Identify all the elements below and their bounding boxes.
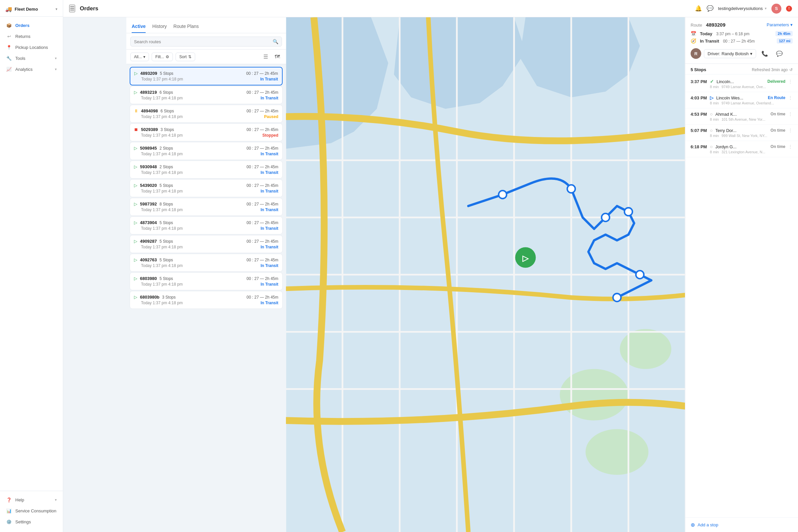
sort-icon: ⇅ (188, 55, 191, 59)
svg-point-20 (636, 271, 644, 279)
notification-icon[interactable]: 🔔 (695, 5, 702, 12)
sidebar-item-help-label: Help (15, 497, 24, 502)
route-item[interactable]: ▷ 4893209 5 Stops 00 : 27 — 2h 45m Today… (130, 67, 283, 86)
tab-active[interactable]: Active (132, 24, 146, 33)
route-item[interactable]: ▷ 6803980b 3 Stops 00 : 27 — 2h 45m Toda… (130, 291, 283, 309)
today-label-text: Today 3:37 pm – 6:18 pm (700, 31, 773, 36)
search-icon: 🔍 (273, 39, 278, 44)
sidebar-item-analytics[interactable]: 📈 Analytics ▾ (0, 64, 63, 75)
stops-header: 5 Stops Refreshed 3min ago ↺ (685, 64, 798, 75)
filter-button[interactable]: Filt... ⚙ (152, 53, 173, 61)
stop-time: 4:03 PM (690, 95, 707, 100)
stop-item[interactable]: 4:03 PM ▷ Lincoln Wes... En Route ⋮ 8 mi… (685, 92, 798, 108)
sort-button[interactable]: Sort ⇅ (175, 53, 195, 61)
filter-adjust-icon: ⚙ (166, 55, 169, 59)
route-item[interactable]: ▷ 4893219 6 Stops 00 : 27 — 2h 45m Today… (130, 86, 283, 104)
today-row: 📅 Today 3:37 pm – 6:18 pm 2h 45m (690, 31, 793, 36)
sort-label: Sort (179, 55, 187, 59)
svg-point-16 (499, 191, 507, 198)
tab-route-plans[interactable]: Route Plans (174, 24, 199, 33)
sidebar-item-tools-label: Tools (15, 56, 25, 61)
svg-point-1 (586, 429, 648, 475)
route-id: 4893219 (140, 90, 157, 95)
route-item[interactable]: ⏸ 4894098 6 Stops 00 : 27 — 2h 45m Today… (130, 105, 283, 123)
sidebar-bottom: ❓ Help ▾ 📊 Service Consumption ⚙️ Settin… (0, 491, 63, 532)
sidebar-item-help[interactable]: ❓ Help ▾ (0, 494, 63, 506)
list-view-button[interactable]: ☰ (261, 52, 270, 61)
stop-menu-icon[interactable]: ⋮ (788, 111, 793, 117)
route-item[interactable]: ▷ 4909287 5 Stops 00 : 27 — 2h 45m Today… (130, 235, 283, 253)
route-time: 00 : 27 — 2h 45m (247, 258, 278, 262)
route-item[interactable]: ▷ 4092763 5 Stops 00 : 27 — 2h 45m Today… (130, 254, 283, 272)
map-background[interactable]: ▷ (286, 17, 685, 532)
route-date: Today 1:37 pm 4:18 pm (141, 189, 183, 193)
fleet-name: Fleet Demo (15, 7, 53, 12)
stop-status-icon: ▷ (710, 95, 714, 100)
route-status-icon: ▷ (134, 183, 137, 188)
route-item[interactable]: ▷ 5930948 2 Stops 00 : 27 — 2h 45m Today… (130, 160, 283, 178)
route-item[interactable]: ▷ 6803980 5 Stops 00 : 27 — 2h 45m Today… (130, 272, 283, 290)
route-time: 00 : 27 — 2h 45m (247, 146, 278, 151)
svg-point-21 (613, 293, 621, 302)
route-search-bar: 🔍 (126, 33, 286, 50)
route-id: 4092763 (140, 258, 157, 262)
route-date: Today 1:37 pm 4:18 pm (141, 133, 183, 138)
stop-status-icon: ✓ (710, 79, 714, 84)
route-stops: 5 Stops (159, 276, 173, 281)
route-item[interactable]: ⏹ 5029389 3 Stops 00 : 27 — 2h 45m Today… (130, 124, 283, 141)
status-badge: ! (786, 6, 792, 12)
add-stop-row[interactable]: ⊕ Add a stop (685, 517, 798, 532)
all-filter-label: All... (134, 55, 141, 59)
phone-button[interactable]: 📞 (759, 49, 771, 58)
stop-time: 3:37 PM (690, 79, 707, 84)
stop-menu-icon[interactable]: ⋮ (788, 128, 793, 133)
refresh-icon[interactable]: ↺ (790, 68, 793, 72)
sidebar-item-settings[interactable]: ⚙️ Settings (0, 516, 63, 527)
menu-icon[interactable]: ☰ (69, 5, 75, 12)
sidebar-logo[interactable]: 🚚 Fleet Demo ▾ (0, 0, 63, 17)
stop-status-icon: ○ (710, 111, 712, 117)
avatar: S (772, 4, 781, 14)
route-item[interactable]: ▷ 5439020 5 Stops 00 : 27 — 2h 45m Today… (130, 179, 283, 197)
driver-chevron-icon: ▾ (750, 51, 753, 56)
user-menu[interactable]: testingdeliverysolutions ▾ (718, 6, 767, 11)
main-content: Active History Route Plans 🔍 All... ▾ Fi… (126, 17, 798, 532)
sidebar-item-service[interactable]: 📊 Service Consumption (0, 506, 63, 516)
parameters-button[interactable]: Parameters ▾ (767, 22, 793, 27)
route-stops: 2 Stops (159, 146, 173, 151)
help-chevron-icon: ▾ (55, 498, 57, 502)
route-status-icon: ▷ (134, 239, 137, 244)
sidebar-item-orders[interactable]: 📦 Orders (0, 20, 63, 31)
sidebar-item-pickup[interactable]: 📍 Pickup Locations (0, 42, 63, 53)
stop-duration: 8 min (710, 85, 719, 89)
route-item[interactable]: ▷ 5987392 8 Stops 00 : 27 — 2h 45m Today… (130, 198, 283, 216)
stop-item[interactable]: 5:07 PM ○ Terry Dor... On time ⋮ 8 min 9… (685, 125, 798, 141)
map-view-button[interactable]: 🗺 (273, 53, 282, 61)
params-chevron-icon: ▾ (790, 22, 793, 27)
all-filter-button[interactable]: All... ▾ (130, 53, 149, 61)
sidebar-item-returns[interactable]: ↩ Returns (0, 31, 63, 42)
route-item[interactable]: ▷ 4873904 5 Stops 00 : 27 — 2h 45m Today… (130, 216, 283, 234)
today-time: 3:37 pm – 6:18 pm (716, 32, 749, 36)
route-item[interactable]: ▷ 5098945 2 Stops 00 : 27 — 2h 45m Today… (130, 142, 283, 160)
filter-bar: All... ▾ Filt... ⚙ Sort ⇅ ☰ 🗺 (126, 50, 286, 64)
search-input[interactable] (134, 39, 270, 44)
route-time: 00 : 27 — 2h 45m (247, 221, 278, 225)
driver-name-button[interactable]: Driver: Randy Botosh ▾ (704, 49, 756, 58)
stop-item[interactable]: 3:37 PM ✓ Lincoln... Delivered ⋮ 8 min 9… (685, 76, 798, 92)
stop-menu-icon[interactable]: ⋮ (788, 144, 793, 149)
message-button[interactable]: 💬 (773, 49, 785, 58)
sidebar: 🚚 Fleet Demo ▾ 📦 Orders ↩ Returns 📍 Pick… (0, 0, 63, 532)
stop-item[interactable]: 4:53 PM ○ Ahmad K... On time ⋮ 8 min 101… (685, 108, 798, 125)
route-status-icon: ⏸ (134, 108, 138, 113)
sidebar-item-settings-label: Settings (15, 519, 31, 524)
sidebar-item-tools[interactable]: 🔧 Tools ▾ (0, 53, 63, 64)
stop-menu-icon[interactable]: ⋮ (788, 79, 793, 84)
chat-icon[interactable]: 💬 (706, 5, 714, 12)
route-stops: 6 Stops (159, 90, 173, 95)
stop-menu-icon[interactable]: ⋮ (788, 95, 793, 100)
stop-time: 6:18 PM (690, 144, 707, 149)
svg-point-0 (560, 369, 628, 421)
stop-item[interactable]: 6:18 PM ○ Jordyn G... On time ⋮ 8 min 32… (685, 141, 798, 157)
tab-history[interactable]: History (152, 24, 167, 33)
